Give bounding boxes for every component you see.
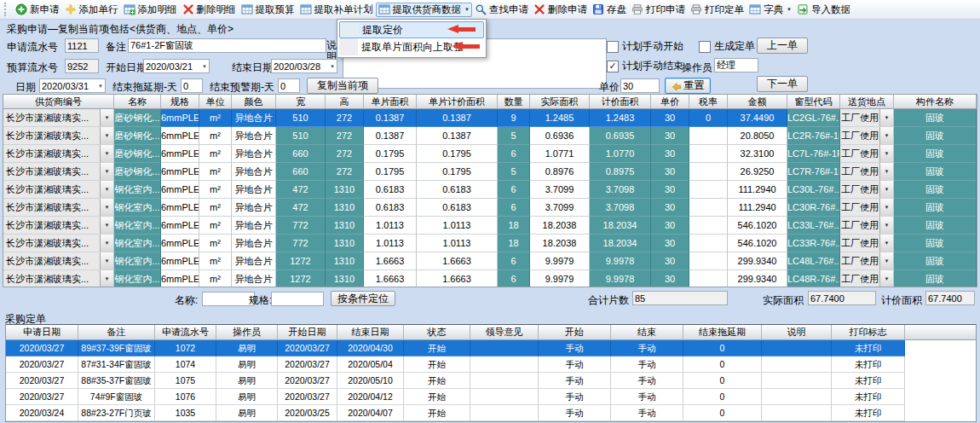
- cell-supplier[interactable]: 长沙市潇湘玻璃实...▼: [3, 181, 114, 199]
- cell-delivery-location[interactable]: 工厂使用▼: [840, 127, 894, 145]
- column-header-delivery-location[interactable]: 送货地点: [840, 95, 894, 109]
- cell-delivery-location[interactable]: 工厂使用▼: [840, 181, 894, 199]
- chevron-down-icon[interactable]: ▼: [879, 252, 893, 269]
- column-header-spec[interactable]: 规格: [161, 95, 199, 109]
- order-row[interactable]: 2020/03/2774#9F窗固玻1076易明2020/03/272020/0…: [6, 389, 905, 405]
- cell-supplier[interactable]: 长沙市潇湘玻璃实...▼: [3, 235, 114, 252]
- chevron-down-icon[interactable]: ▼: [879, 145, 893, 162]
- table-row[interactable]: 长沙市潇湘玻璃实...▼磨砂钢化...6mmPLE...m²异地合片510272…: [3, 127, 977, 145]
- chevron-down-icon[interactable]: ▼: [879, 127, 893, 144]
- column-header-window-code[interactable]: 窗型代码: [787, 95, 840, 109]
- column-header-name[interactable]: 名称: [114, 95, 161, 109]
- order-row[interactable]: 2020/03/2788#35-37F窗固玻1075易明2020/03/2720…: [6, 373, 905, 389]
- cell-delivery-location[interactable]: 工厂使用▼: [840, 217, 894, 235]
- toolbar-button-save[interactable]: 存盘: [590, 3, 629, 17]
- table-row[interactable]: 长沙市潇湘玻璃实...▼钢化室内...6mmPLE...m²异地合片127213…: [3, 252, 977, 270]
- end-date-combo[interactable]: 2020/03/28▼: [271, 59, 337, 73]
- chevron-down-icon[interactable]: ▼: [879, 181, 893, 198]
- cell-delivery-location[interactable]: 工厂使用▼: [840, 235, 894, 252]
- column-header-color[interactable]: 颜色: [232, 95, 276, 109]
- chevron-down-icon[interactable]: ▼: [879, 217, 893, 234]
- cell-supplier[interactable]: 长沙市潇湘玻璃实...▼: [3, 109, 114, 127]
- chevron-down-icon[interactable]: ▼: [879, 235, 893, 252]
- column-header-priced-area[interactable]: 计价面积: [590, 95, 651, 109]
- cell-supplier[interactable]: 长沙市潇湘玻璃实...▼: [3, 252, 114, 270]
- column-header-apply-date[interactable]: 申请日期: [6, 325, 78, 340]
- column-header-unit-price[interactable]: 单价: [651, 95, 689, 109]
- column-header-amount[interactable]: 金额: [728, 95, 787, 109]
- order-row[interactable]: 2020/03/2787#31-34F窗固玻1074易明2020/03/2720…: [6, 356, 905, 373]
- column-header-delay[interactable]: 结束拖延期: [683, 325, 762, 340]
- table-row[interactable]: 长沙市潇湘玻璃实...▼磨砂钢化...6mmPLE...m²异地合片660272…: [3, 163, 977, 181]
- table-row[interactable]: 长沙市潇湘玻璃实...▼钢化室内...6mmPLE...m²异地合片772131…: [3, 235, 977, 252]
- cell-supplier[interactable]: 长沙市潇湘玻璃实...▼: [3, 145, 114, 163]
- cell-delivery-location[interactable]: 工厂使用▼: [840, 199, 894, 217]
- toolbar-button-import-data[interactable]: 导入数据: [794, 3, 853, 17]
- toolbar-grip[interactable]: [4, 3, 10, 16]
- column-header-actual-area[interactable]: 实际面积: [530, 95, 590, 109]
- toolbar-button-extract-supplement-plan[interactable]: 提取补单计划: [297, 3, 376, 17]
- column-header-start[interactable]: 开始: [539, 325, 611, 340]
- menu-item-extract-pricing[interactable]: 提取定价: [339, 21, 484, 38]
- filter-name-input[interactable]: [202, 292, 255, 306]
- column-header-width[interactable]: 宽: [276, 95, 326, 109]
- table-row[interactable]: 长沙市潇湘玻璃实...▼钢化室内...6mmPLE...m²异地合片472131…: [3, 199, 977, 217]
- order-row[interactable]: 2020/03/2789#37-39F窗固玻1072易明2020/03/2720…: [6, 340, 905, 356]
- operator-field[interactable]: [714, 58, 758, 72]
- toolbar-button-delete-request[interactable]: 删除申请: [531, 3, 590, 17]
- order-row[interactable]: 2020/03/2488#23-27F门页玻1035易明2020/03/2520…: [6, 405, 905, 421]
- table-row[interactable]: 长沙市潇湘玻璃实...▼磨砂钢化...6mmPLE...m²异地合片660272…: [3, 145, 977, 163]
- chevron-down-icon[interactable]: ▼: [100, 270, 113, 287]
- copy-current-button[interactable]: 复制当前项: [307, 78, 378, 94]
- table-row[interactable]: 长沙市潇湘玻璃实...▼钢化室内...6mmPLE...m²异地合片772131…: [3, 217, 977, 235]
- chevron-down-icon[interactable]: ▼: [100, 145, 113, 162]
- table-row[interactable]: 长沙市潇湘玻璃实...▼磨砂钢化...6mmPLE...m²异地合片510272…: [3, 109, 977, 127]
- cell-supplier[interactable]: 长沙市潇湘玻璃实...▼: [3, 270, 114, 287]
- column-header-remark[interactable]: 备注: [78, 325, 155, 340]
- column-header-qty[interactable]: 数量: [498, 95, 530, 109]
- request-no-field[interactable]: [65, 38, 99, 53]
- chevron-down-icon[interactable]: ▼: [879, 163, 893, 180]
- date-combo[interactable]: 2020/03/31▼: [39, 78, 106, 93]
- chevron-down-icon[interactable]: ▼: [100, 199, 113, 216]
- chevron-down-icon[interactable]: ▼: [100, 181, 113, 198]
- column-header-piece-area[interactable]: 单片面积: [364, 95, 417, 109]
- column-header-height[interactable]: 高: [326, 95, 364, 109]
- budget-no-field[interactable]: [65, 59, 99, 73]
- column-header-leader-opinion[interactable]: 领导意见: [470, 325, 539, 340]
- chevron-down-icon[interactable]: ▼: [100, 163, 113, 180]
- cell-delivery-location[interactable]: 工厂使用▼: [840, 109, 894, 127]
- toolbar-button-add-detail[interactable]: 添加明细: [121, 3, 180, 17]
- unit-price-field[interactable]: [620, 78, 660, 93]
- toolbar-button-new-request[interactable]: 新申请: [13, 3, 62, 17]
- toolbar-button-print-request[interactable]: 打印申请: [629, 3, 688, 17]
- cell-delivery-location[interactable]: 工厂使用▼: [840, 145, 894, 163]
- column-header-piece-priced-area[interactable]: 单片计价面积: [417, 95, 498, 109]
- cell-delivery-location[interactable]: 工厂使用▼: [840, 270, 894, 287]
- cell-supplier[interactable]: 长沙市潇湘玻璃实...▼: [3, 199, 114, 217]
- column-header-component-name[interactable]: 构件名称: [894, 95, 977, 109]
- column-header-apply-no[interactable]: 申请流水号: [155, 325, 216, 340]
- reset-button[interactable]: 重置: [665, 78, 711, 94]
- column-header-start-date[interactable]: 开始日期: [278, 325, 337, 340]
- column-header-tax-rate[interactable]: 税率: [689, 95, 728, 109]
- table-row[interactable]: 长沙市潇湘玻璃实...▼钢化室内...6mmPLE...m²异地合片127213…: [3, 270, 977, 287]
- toolbar-button-delete-detail[interactable]: 删除明细: [180, 3, 239, 17]
- next-order-button[interactable]: 下一单: [757, 76, 808, 92]
- filter-spec-input[interactable]: [271, 292, 324, 306]
- cell-delivery-location[interactable]: 工厂使用▼: [840, 252, 894, 270]
- chevron-down-icon[interactable]: ▼: [100, 252, 113, 269]
- column-header-unit[interactable]: 单位: [199, 95, 232, 109]
- cell-supplier[interactable]: 长沙市潇湘玻璃实...▼: [3, 163, 114, 181]
- toolbar-button-dictionary[interactable]: 字典▼: [747, 3, 794, 17]
- column-header-operator[interactable]: 操作员: [216, 325, 278, 340]
- cell-supplier[interactable]: 长沙市潇湘玻璃实...▼: [3, 127, 114, 145]
- chevron-down-icon[interactable]: ▼: [879, 109, 893, 126]
- manual-start-checkbox[interactable]: 计划手动开始: [607, 39, 683, 54]
- column-header-print-flag[interactable]: 打印标志: [832, 325, 905, 340]
- chevron-down-icon[interactable]: ▼: [100, 109, 113, 126]
- column-header-end[interactable]: 结束: [611, 325, 683, 340]
- toolbar-button-print-order[interactable]: 打印定单: [688, 3, 747, 17]
- delay-days-field[interactable]: [181, 78, 203, 93]
- generate-order-checkbox[interactable]: 生成定单: [699, 39, 755, 54]
